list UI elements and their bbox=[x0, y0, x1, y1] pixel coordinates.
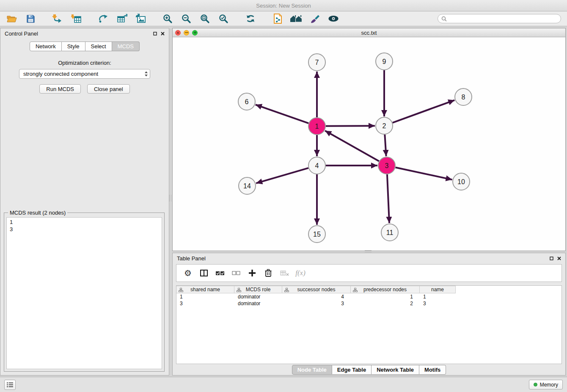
graph-node-15[interactable]: 15 bbox=[308, 226, 325, 243]
refresh-view-icon[interactable] bbox=[243, 12, 258, 25]
table-cell[interactable]: 3 bbox=[282, 300, 351, 307]
import-table-file-icon[interactable] bbox=[69, 12, 84, 25]
graph-edge-3-10[interactable] bbox=[396, 167, 452, 179]
tab-network-table[interactable]: Network Table bbox=[372, 365, 419, 375]
column-header-shared-name[interactable]: shared name bbox=[176, 286, 234, 293]
mcds-result-list[interactable]: 13 bbox=[6, 217, 162, 369]
graph-node-11[interactable]: 11 bbox=[381, 224, 398, 241]
graph-node-9[interactable]: 9 bbox=[376, 53, 393, 70]
column-header-name[interactable]: name bbox=[420, 286, 456, 293]
table-row[interactable]: 1dominator411 bbox=[176, 293, 561, 300]
minimize-window-icon[interactable] bbox=[184, 30, 189, 36]
copy-network-view-icon[interactable] bbox=[270, 12, 285, 25]
table-settings-gear-icon[interactable]: ⚙ bbox=[181, 267, 195, 279]
zoom-selected-icon[interactable] bbox=[216, 12, 231, 25]
graph-edge-2-3[interactable] bbox=[385, 135, 386, 156]
tab-select[interactable]: Select bbox=[85, 41, 112, 51]
open-session-icon[interactable] bbox=[4, 12, 19, 25]
control-panel-header: Control Panel bbox=[0, 28, 169, 39]
zoom-fit-icon[interactable] bbox=[197, 12, 212, 25]
save-session-icon[interactable] bbox=[23, 12, 38, 25]
export-image-icon[interactable] bbox=[133, 12, 148, 25]
show-columns-icon[interactable] bbox=[197, 267, 211, 279]
tab-style[interactable]: Style bbox=[62, 41, 85, 51]
run-mcds-button[interactable]: Run MCDS bbox=[39, 84, 81, 94]
table-panel-title: Table Panel bbox=[177, 255, 206, 262]
graph-node-4[interactable]: 4 bbox=[308, 157, 325, 174]
svg-text:6: 6 bbox=[245, 98, 249, 105]
table-cell[interactable]: 3 bbox=[420, 300, 456, 307]
create-column-plus-icon[interactable] bbox=[245, 267, 259, 279]
graph-node-6[interactable]: 6 bbox=[238, 93, 255, 110]
home-icon[interactable] bbox=[289, 12, 304, 25]
delete-table-icon[interactable] bbox=[277, 267, 292, 279]
memory-button[interactable]: Memory bbox=[529, 380, 563, 389]
svg-text:7: 7 bbox=[315, 59, 319, 66]
function-builder-icon[interactable]: f(x) bbox=[293, 267, 308, 279]
graph-node-1[interactable]: 1 bbox=[308, 118, 325, 135]
graph-node-3[interactable]: 3 bbox=[378, 157, 395, 174]
graph-edge-1-2[interactable] bbox=[326, 126, 375, 126]
tab-motifs[interactable]: Motifs bbox=[419, 365, 446, 375]
control-panel: Control Panel Network Style Select MCDS … bbox=[0, 28, 169, 375]
table-row[interactable]: 3dominator323 bbox=[176, 300, 561, 307]
zoom-out-icon[interactable] bbox=[179, 12, 194, 25]
graph-edge-3-1[interactable] bbox=[325, 131, 379, 161]
column-header-successor-nodes[interactable]: successor nodes bbox=[282, 286, 351, 293]
criterion-value: strongly connected component bbox=[23, 71, 144, 77]
tab-edge-table[interactable]: Edge Table bbox=[332, 365, 372, 375]
network-graph[interactable]: 7968124314101511 bbox=[173, 37, 565, 251]
close-panel-button[interactable]: Close panel bbox=[87, 84, 130, 94]
table-cell[interactable]: 4 bbox=[282, 293, 351, 300]
tab-network[interactable]: Network bbox=[30, 41, 62, 51]
table-cell[interactable]: 3 bbox=[176, 300, 234, 307]
graph-node-7[interactable]: 7 bbox=[308, 54, 325, 71]
graph-edge-2-8[interactable] bbox=[393, 100, 455, 123]
search-input[interactable] bbox=[449, 15, 557, 22]
column-type-icon bbox=[284, 288, 289, 292]
column-header-mcds-role[interactable]: MCDS role bbox=[234, 286, 282, 293]
table-cell[interactable]: dominator bbox=[234, 300, 282, 307]
float-panel-icon[interactable] bbox=[153, 32, 157, 36]
table-toolbar: ⚙ f(x) bbox=[176, 264, 562, 282]
graph-node-2[interactable]: 2 bbox=[376, 117, 393, 134]
zoom-window-icon[interactable] bbox=[192, 30, 198, 36]
network-share-icon[interactable] bbox=[96, 12, 111, 25]
panel-splitter-handle[interactable] bbox=[169, 195, 171, 202]
graph-node-8[interactable]: 8 bbox=[455, 88, 472, 105]
task-history-button[interactable] bbox=[4, 380, 16, 390]
graph-node-10[interactable]: 10 bbox=[453, 173, 470, 190]
control-panel-tabs: Network Style Select MCDS bbox=[0, 41, 169, 51]
dropdown-stepper-icon bbox=[144, 71, 148, 77]
table-cell[interactable]: dominator bbox=[234, 293, 282, 300]
export-table-icon[interactable] bbox=[114, 12, 129, 25]
network-canvas[interactable]: 7968124314101511 bbox=[173, 37, 565, 251]
tab-node-table[interactable]: Node Table bbox=[292, 365, 332, 375]
close-table-panel-icon[interactable] bbox=[557, 257, 561, 260]
deselect-all-rows-icon[interactable] bbox=[229, 267, 243, 279]
window-splitter-handle[interactable] bbox=[365, 250, 372, 252]
search-box[interactable] bbox=[438, 14, 561, 23]
column-header-predecessor-nodes[interactable]: predecessor nodes bbox=[351, 286, 420, 293]
table-cell[interactable]: 1 bbox=[420, 293, 456, 300]
graph-edge-1-6[interactable] bbox=[256, 105, 308, 123]
table-cell[interactable]: 1 bbox=[176, 293, 234, 300]
delete-column-trash-icon[interactable] bbox=[261, 267, 275, 279]
import-network-file-icon[interactable] bbox=[50, 12, 65, 25]
close-window-icon[interactable] bbox=[175, 30, 181, 36]
svg-text:10: 10 bbox=[457, 178, 465, 185]
tab-mcds[interactable]: MCDS bbox=[112, 41, 140, 51]
network-window-titlebar[interactable]: scc.txt bbox=[173, 28, 565, 37]
float-table-panel-icon[interactable] bbox=[550, 257, 553, 260]
table-cell[interactable]: 2 bbox=[351, 300, 420, 307]
graph-node-14[interactable]: 14 bbox=[239, 177, 256, 194]
graph-edge-4-14[interactable] bbox=[256, 168, 308, 183]
graph-edge-3-11[interactable] bbox=[387, 174, 389, 223]
style-brush-icon[interactable] bbox=[307, 12, 322, 25]
select-all-rows-icon[interactable] bbox=[213, 267, 227, 279]
criterion-dropdown[interactable]: strongly connected component bbox=[19, 69, 150, 79]
show-hide-graphics-icon[interactable] bbox=[326, 12, 341, 25]
zoom-in-icon[interactable] bbox=[160, 12, 175, 25]
close-panel-icon[interactable] bbox=[161, 32, 165, 36]
table-cell[interactable]: 1 bbox=[351, 293, 420, 300]
